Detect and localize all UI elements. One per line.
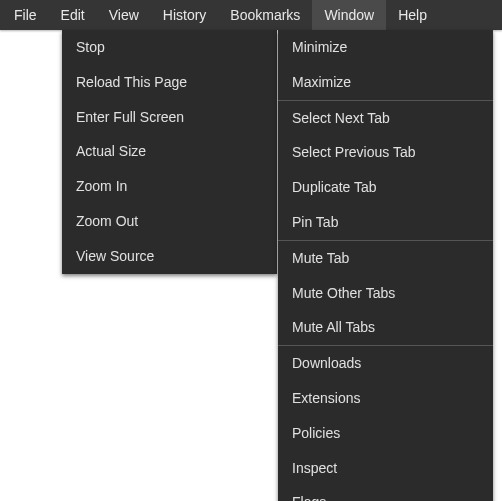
menu-item-view-source[interactable]: View Source bbox=[62, 239, 277, 274]
menubar-item-edit[interactable]: Edit bbox=[49, 0, 97, 30]
dropdown-view-menu: Stop Reload This Page Enter Full Screen … bbox=[62, 30, 277, 274]
menu-item-zoom-in[interactable]: Zoom In bbox=[62, 169, 277, 204]
menubar: File Edit View History Bookmarks Window … bbox=[0, 0, 502, 30]
menu-item-downloads[interactable]: Downloads bbox=[278, 346, 493, 381]
menu-item-reload-this-page[interactable]: Reload This Page bbox=[62, 65, 277, 100]
menubar-item-bookmarks[interactable]: Bookmarks bbox=[218, 0, 312, 30]
menu-item-zoom-out[interactable]: Zoom Out bbox=[62, 204, 277, 239]
menu-item-pin-tab[interactable]: Pin Tab bbox=[278, 205, 493, 240]
menubar-item-history[interactable]: History bbox=[151, 0, 219, 30]
menu-item-actual-size[interactable]: Actual Size bbox=[62, 134, 277, 169]
menu-item-mute-tab[interactable]: Mute Tab bbox=[278, 241, 493, 276]
menu-item-flags[interactable]: Flags bbox=[278, 485, 493, 501]
menu-item-duplicate-tab[interactable]: Duplicate Tab bbox=[278, 170, 493, 205]
menu-item-policies[interactable]: Policies bbox=[278, 416, 493, 451]
menubar-item-window[interactable]: Window bbox=[312, 0, 386, 30]
menu-item-mute-all-tabs[interactable]: Mute All Tabs bbox=[278, 310, 493, 345]
menu-item-mute-other-tabs[interactable]: Mute Other Tabs bbox=[278, 276, 493, 311]
menubar-item-view[interactable]: View bbox=[97, 0, 151, 30]
menu-item-stop[interactable]: Stop bbox=[62, 30, 277, 65]
menu-item-select-next-tab[interactable]: Select Next Tab bbox=[278, 101, 493, 136]
menu-item-minimize[interactable]: Minimize bbox=[278, 30, 493, 65]
menu-item-maximize[interactable]: Maximize bbox=[278, 65, 493, 100]
menubar-item-file[interactable]: File bbox=[2, 0, 49, 30]
menu-item-select-previous-tab[interactable]: Select Previous Tab bbox=[278, 135, 493, 170]
dropdown-window-menu: Minimize Maximize Select Next Tab Select… bbox=[278, 30, 493, 501]
menubar-item-help[interactable]: Help bbox=[386, 0, 439, 30]
menu-item-enter-full-screen[interactable]: Enter Full Screen bbox=[62, 100, 277, 135]
menu-item-inspect[interactable]: Inspect bbox=[278, 451, 493, 486]
menu-item-extensions[interactable]: Extensions bbox=[278, 381, 493, 416]
